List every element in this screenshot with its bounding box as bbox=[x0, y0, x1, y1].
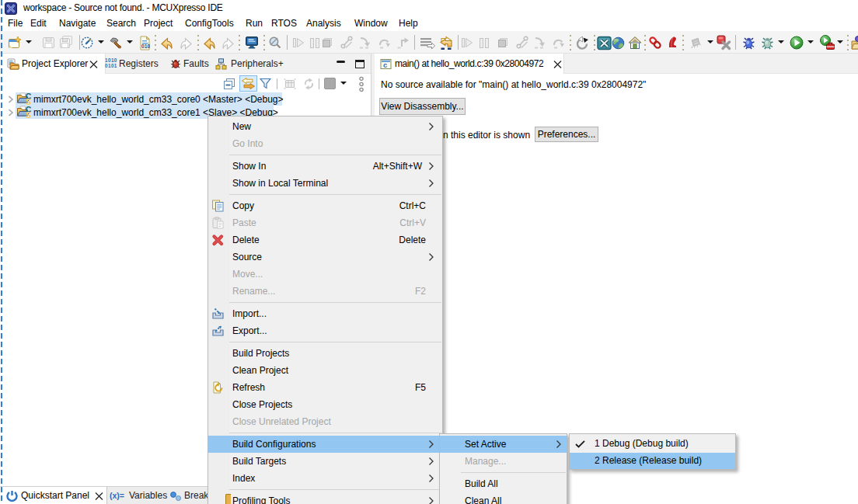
svg-text:010: 010 bbox=[141, 43, 150, 49]
svg-text:c: c bbox=[383, 61, 387, 69]
svg-text:S: S bbox=[26, 98, 31, 106]
svg-text:S: S bbox=[26, 111, 31, 119]
